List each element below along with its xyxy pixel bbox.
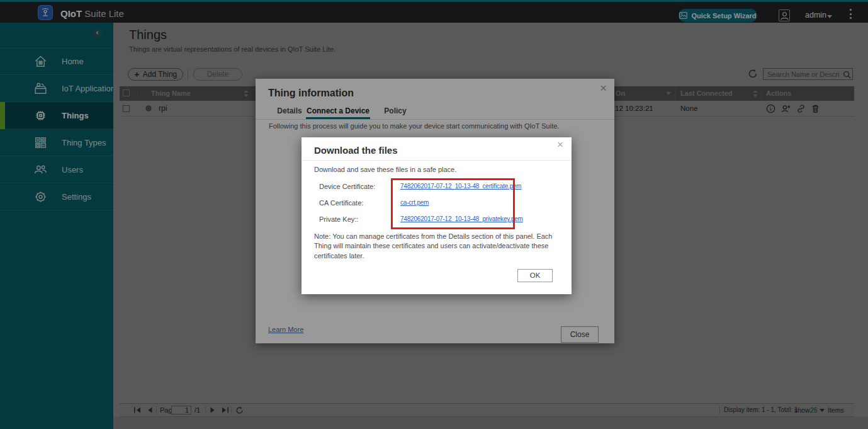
ca-certificate-label: CA Certificate: — [319, 199, 363, 207]
download-files-dialog: Download the files × Download and save t… — [302, 137, 572, 294]
dialog-title: Download the files — [314, 145, 398, 156]
private-key-label: Private Key:: — [319, 215, 358, 223]
dialog-subtitle: Download and save these files in a safe … — [314, 166, 456, 173]
qiot-suite-lite-app: QIoT Suite Lite Quick Setup Wizard admin — [0, 0, 868, 429]
annotation-highlight-box — [391, 178, 515, 229]
device-certificate-label: Device Certificate: — [319, 183, 375, 190]
dialog-divider — [302, 160, 572, 161]
close-icon[interactable]: × — [557, 139, 563, 150]
ok-button[interactable]: OK — [517, 269, 553, 282]
dialog-note: Note: You can manage certificates from t… — [314, 232, 556, 261]
